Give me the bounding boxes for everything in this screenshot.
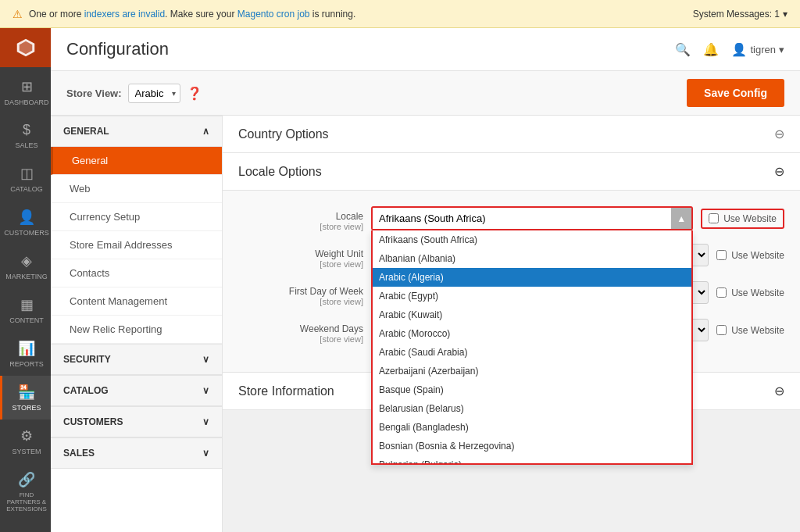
partners-icon: 🔗 [18,471,35,488]
store-info-collapse-icon: ⊖ [774,384,784,398]
use-website-first-day-checkbox[interactable] [716,287,727,298]
toolbar: Store View: Arabic ❓ Save Config [51,71,800,116]
use-website-weight: Use Website [716,250,784,261]
use-website-first-day: Use Website [716,287,784,298]
sidebar-item-label: MARKETING [5,273,48,280]
dropdown-item[interactable]: Arabic (Saudi Arabia) [373,343,691,362]
catalog-icon: ◫ [20,165,34,182]
config-item-currency-setup[interactable]: Currency Setup [51,203,222,231]
indexers-link[interactable]: indexers are invalid [84,9,165,20]
locale-options-title: Locale Options [238,165,322,179]
config-section-general[interactable]: GENERAL ∧ [51,116,222,147]
sidebar-item-marketing[interactable]: ◈ MARKETING [0,245,51,288]
sidebar-item-catalog[interactable]: ◫ CATALOG [0,157,51,201]
notifications-icon[interactable]: 🔔 [703,42,719,57]
config-section-security-label: SECURITY [63,354,111,365]
dropdown-item[interactable]: Arabic (Kuwait) [373,305,691,324]
use-website-weight-checkbox[interactable] [716,250,727,260]
content-icon: ▦ [20,296,34,313]
locale-dropdown-arrow[interactable]: ▲ [671,208,691,229]
sidebar-item-label: SYSTEM [12,448,41,455]
sidebar-item-label: DASHBOARD [5,98,49,106]
store-view-select[interactable]: Arabic [128,84,180,103]
dropdown-item[interactable]: Arabic (Morocco) [373,324,691,343]
sidebar-item-label: REPORTS [9,360,43,368]
dropdown-item[interactable]: Belarusian (Belarus) [373,399,691,418]
marketing-icon: ◈ [21,252,32,270]
dropdown-item[interactable]: Arabic (Egypt) [373,287,691,305]
weight-label: Weight Unit [store view] [238,244,363,269]
chevron-down-icon: ∨ [202,448,209,459]
locale-dropdown-list[interactable]: Afrikaans (South Africa)Albanian (Albani… [371,230,693,465]
page-title: Configuration [66,39,169,59]
locale-control-wrap: Afrikaans (South Africa)Albanian (Albani… [371,206,784,230]
sidebar-item-label: SALES [15,141,38,149]
save-config-button[interactable]: Save Config [687,79,784,107]
config-item-store-email[interactable]: Store Email Addresses [51,231,222,259]
search-icon[interactable]: 🔍 [675,42,691,57]
config-item-new-relic[interactable]: New Relic Reporting [51,316,222,344]
config-item-content-mgmt[interactable]: Content Management [51,287,222,316]
dashboard-icon: ⊞ [21,78,33,95]
dropdown-item[interactable]: Arabic (Algeria) [373,268,691,287]
config-section-catalog[interactable]: CATALOG ∨ [51,375,222,406]
locale-options-header[interactable]: Locale Options ⊖ [223,153,800,191]
dropdown-item[interactable]: Afrikaans (South Africa) [373,230,691,249]
config-section-general-label: GENERAL [63,126,109,137]
sales-icon: $ [23,122,30,138]
dropdown-item[interactable]: Albanian (Albania) [373,249,691,268]
config-section-catalog-label: CATALOG [63,385,109,396]
use-website-locale-checkbox[interactable] [709,213,719,223]
locale-row: Locale [store view] Afrikaans (South Afr… [238,206,784,231]
stores-icon: 🏪 [18,384,35,401]
use-website-locale-label[interactable]: Use Website [723,213,777,224]
config-content: Country Options ⊖ Locale Options ⊖ Local… [223,116,800,532]
locale-select[interactable]: Afrikaans (South Africa)Albanian (Albani… [373,208,691,229]
sidebar-item-customers[interactable]: 👤 CUSTOMERS [0,201,51,245]
use-website-weekend-checkbox[interactable] [716,325,727,335]
help-icon[interactable]: ❓ [187,86,202,101]
alert-bar: ⚠ One or more indexers are invalid. Make… [0,0,800,28]
system-messages[interactable]: System Messages: 1 ▾ [693,9,788,20]
alert-message: ⚠ One or more indexers are invalid. Make… [12,8,355,20]
dropdown-item[interactable]: Bosnian (Bosnia & Herzegovina) [373,437,691,455]
config-section-customers[interactable]: CUSTOMERS ∨ [51,406,222,437]
country-options-section[interactable]: Country Options ⊖ [223,116,800,153]
sidebar-item-system[interactable]: ⚙ SYSTEM [0,420,51,463]
config-item-web[interactable]: Web [51,175,222,203]
sidebar-item-content[interactable]: ▦ CONTENT [0,288,51,332]
sidebar-item-sales[interactable]: $ SALES [0,114,51,157]
sidebar-item-label: CONTENT [9,316,44,324]
sidebar-item-find-partners[interactable]: 🔗 FIND PARTNERS & EXTENSIONS [0,463,51,520]
user-icon: 👤 [731,42,747,57]
sidebar-item-dashboard[interactable]: ⊞ DASHBOARD [0,70,51,114]
logo[interactable] [0,28,51,67]
collapse-icon: ⊖ [774,127,784,141]
store-view-selector: Store View: Arabic ❓ [66,84,202,103]
user-chevron-icon: ▾ [779,44,784,55]
locale-label: Locale [store view] [238,206,363,231]
dropdown-item[interactable]: Basque (Spain) [373,380,691,399]
sidebar-item-stores[interactable]: 🏪 STORES [0,376,51,420]
chevron-down-icon: ∨ [202,354,209,365]
config-section-security[interactable]: SECURITY ∨ [51,344,222,375]
weekend-label: Weekend Days [store view] [238,319,363,344]
user-menu[interactable]: 👤 tigren ▾ [731,42,784,57]
chevron-down-icon: ∨ [202,385,209,396]
customers-icon: 👤 [18,209,35,226]
config-section-sales[interactable]: SALES ∨ [51,437,222,469]
config-item-contacts[interactable]: Contacts [51,259,222,287]
config-section-sales-label: SALES [63,448,95,459]
locale-select-wrap: Afrikaans (South Africa)Albanian (Albani… [371,206,693,230]
sidebar-item-reports[interactable]: 📊 REPORTS [0,332,51,376]
dropdown-item[interactable]: Azerbaijani (Azerbaijan) [373,362,691,380]
sidebar-nav: ⊞ DASHBOARD $ SALES ◫ CATALOG 👤 CUSTOMER… [0,28,51,532]
sidebar-item-label: FIND PARTNERS & EXTENSIONS [5,491,48,512]
dropdown-item[interactable]: Bengali (Bangladesh) [373,418,691,437]
warning-icon: ⚠ [12,8,23,20]
store-view-label: Store View: [66,87,122,99]
dropdown-item[interactable]: Bulgarian (Bulgaria) [373,455,691,465]
config-item-general[interactable]: General [51,147,222,175]
chevron-down-icon: ∨ [202,416,209,427]
cron-link[interactable]: Magento cron job [238,9,310,20]
